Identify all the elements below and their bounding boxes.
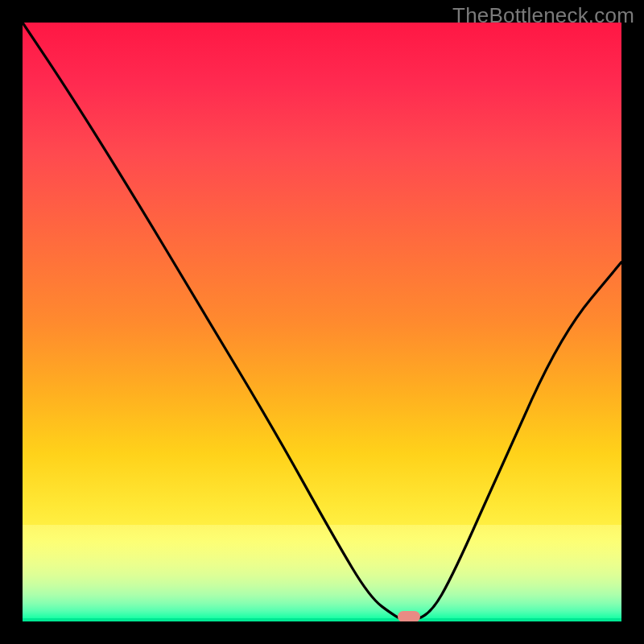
watermark-text: TheBottleneck.com: [452, 3, 634, 28]
curve-path: [23, 23, 621, 620]
plot-area: [23, 23, 621, 621]
bottleneck-curve: [23, 23, 621, 621]
chart-frame: TheBottleneck.com: [0, 0, 644, 644]
optimum-marker: [398, 611, 420, 621]
